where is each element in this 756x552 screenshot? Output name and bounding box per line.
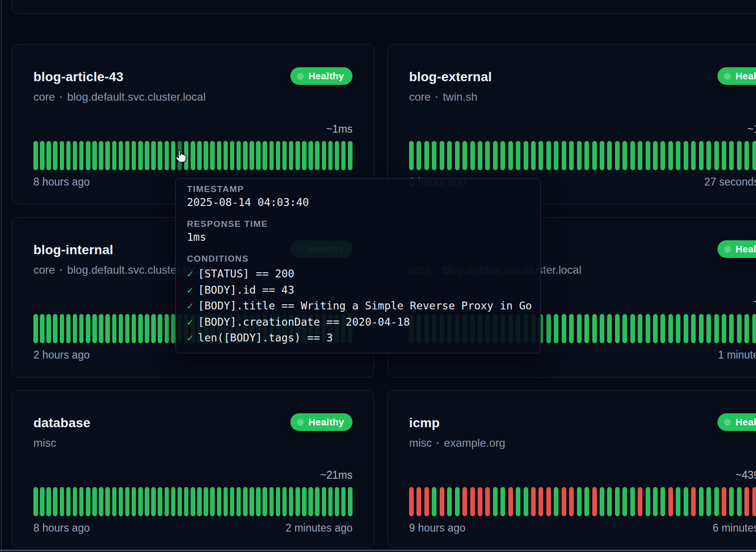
- uptime-bar[interactable]: [315, 141, 320, 170]
- uptime-bar[interactable]: [33, 314, 38, 343]
- uptime-bar[interactable]: [112, 487, 117, 516]
- uptime-bar[interactable]: [125, 141, 130, 170]
- uptime-bar[interactable]: [112, 314, 117, 343]
- uptime-bar[interactable]: [341, 141, 346, 170]
- top-partial-card[interactable]: [12, 0, 756, 14]
- uptime-bar[interactable]: [250, 487, 254, 516]
- uptime-bar[interactable]: [269, 141, 274, 170]
- uptime-bar[interactable]: [660, 487, 665, 516]
- uptime-bar[interactable]: [630, 487, 635, 516]
- uptime-bar[interactable]: [554, 141, 558, 170]
- uptime-bar[interactable]: [607, 141, 612, 170]
- uptime-bar[interactable]: [508, 141, 513, 170]
- uptime-bar[interactable]: [737, 487, 742, 516]
- uptime-bar[interactable]: [151, 314, 156, 343]
- uptime-bar[interactable]: [335, 487, 340, 516]
- uptime-bar[interactable]: [53, 141, 58, 170]
- uptime-bar[interactable]: [171, 314, 176, 343]
- uptime-bar[interactable]: [151, 141, 156, 170]
- uptime-bar[interactable]: [562, 314, 566, 343]
- uptime-bar[interactable]: [699, 141, 704, 170]
- uptime-bar[interactable]: [99, 141, 103, 170]
- uptime-bar[interactable]: [722, 487, 726, 516]
- uptime-bar[interactable]: [684, 487, 688, 516]
- uptime-bar[interactable]: [322, 487, 327, 516]
- uptime-bar[interactable]: [714, 141, 719, 170]
- uptime-bar[interactable]: [577, 141, 582, 170]
- uptime-bar[interactable]: [538, 487, 543, 516]
- uptime-bar[interactable]: [210, 487, 215, 516]
- uptime-bar[interactable]: [493, 141, 498, 170]
- uptime-bar[interactable]: [729, 314, 734, 343]
- uptime-bar[interactable]: [263, 487, 267, 516]
- uptime-bar[interactable]: [224, 141, 228, 170]
- uptime-bar[interactable]: [217, 487, 222, 516]
- uptime-bar[interactable]: [210, 141, 215, 170]
- uptime-bar[interactable]: [577, 487, 582, 516]
- uptime-bar[interactable]: [46, 487, 51, 516]
- uptime-bar[interactable]: [119, 487, 123, 516]
- uptime-bar[interactable]: [224, 487, 228, 516]
- uptime-bar[interactable]: [125, 314, 130, 343]
- uptime-bar[interactable]: [409, 487, 414, 516]
- uptime-bar[interactable]: [500, 487, 505, 516]
- uptime-bar[interactable]: [158, 314, 162, 343]
- uptime-bar[interactable]: [424, 487, 429, 516]
- uptime-bar[interactable]: [217, 141, 222, 170]
- uptime-bar[interactable]: [478, 487, 482, 516]
- uptime-bar[interactable]: [653, 487, 658, 516]
- uptime-bar[interactable]: [184, 487, 189, 516]
- uptime-bar[interactable]: [79, 487, 84, 516]
- uptime-bar[interactable]: [40, 314, 45, 343]
- uptime-bar[interactable]: [615, 314, 620, 343]
- uptime-bar[interactable]: [191, 141, 195, 170]
- uptime-bar[interactable]: [315, 487, 320, 516]
- uptime-bar[interactable]: [79, 314, 84, 343]
- uptime-bar[interactable]: [607, 314, 612, 343]
- uptime-bar[interactable]: [92, 487, 97, 516]
- uptime-bar[interactable]: [256, 141, 261, 170]
- uptime-bar[interactable]: [132, 487, 136, 516]
- uptime-bar[interactable]: [455, 141, 460, 170]
- uptime-bar[interactable]: [676, 141, 680, 170]
- uptime-bar[interactable]: [432, 487, 436, 516]
- uptime-bar[interactable]: [60, 141, 64, 170]
- uptime-bar[interactable]: [73, 141, 77, 170]
- uptime-bar[interactable]: [204, 487, 208, 516]
- uptime-bar[interactable]: [584, 487, 589, 516]
- uptime-bar[interactable]: [462, 487, 467, 516]
- uptime-bar[interactable]: [569, 141, 574, 170]
- uptime-bar[interactable]: [60, 314, 64, 343]
- uptime-bar[interactable]: [592, 141, 597, 170]
- uptime-bar[interactable]: [493, 487, 498, 516]
- service-card[interactable]: icmpmisc·example.orgHealthy~4391ms9 hour…: [387, 390, 756, 548]
- uptime-bar[interactable]: [243, 487, 248, 516]
- uptime-bar[interactable]: [66, 314, 71, 343]
- uptime-bar[interactable]: [105, 487, 110, 516]
- uptime-bar[interactable]: [684, 314, 688, 343]
- uptime-bar[interactable]: [462, 141, 467, 170]
- uptime-bar[interactable]: [744, 141, 749, 170]
- uptime-bar[interactable]: [53, 314, 58, 343]
- uptime-bar[interactable]: [86, 487, 90, 516]
- uptime-bar[interactable]: [348, 487, 352, 516]
- uptime-bar[interactable]: [699, 487, 704, 516]
- uptime-bar[interactable]: [531, 487, 536, 516]
- uptime-bar[interactable]: [691, 487, 696, 516]
- uptime-bar[interactable]: [282, 487, 287, 516]
- uptime-bar[interactable]: [348, 141, 352, 170]
- uptime-bar[interactable]: [416, 487, 421, 516]
- uptime-bar[interactable]: [302, 487, 307, 516]
- uptime-bar[interactable]: [516, 487, 520, 516]
- uptime-bar[interactable]: [230, 487, 235, 516]
- uptime-bar[interactable]: [73, 314, 77, 343]
- uptime-bar[interactable]: [308, 141, 313, 170]
- uptime-bar[interactable]: [729, 141, 734, 170]
- uptime-bar[interactable]: [138, 314, 143, 343]
- uptime-bar[interactable]: [546, 141, 551, 170]
- uptime-bar[interactable]: [684, 141, 688, 170]
- uptime-bar[interactable]: [630, 141, 635, 170]
- uptime-bar[interactable]: [112, 141, 117, 170]
- uptime-bar[interactable]: [165, 487, 169, 516]
- uptime-bar[interactable]: [752, 141, 756, 170]
